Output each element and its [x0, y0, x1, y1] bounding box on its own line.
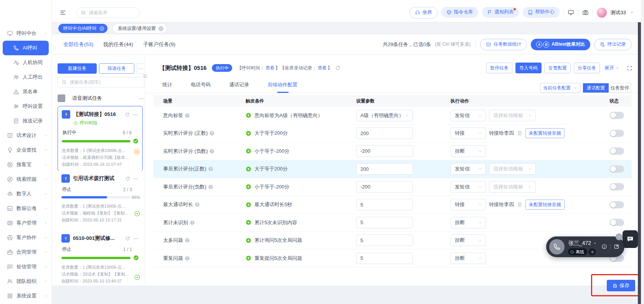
task-tab-1[interactable]: 我的任务(44) — [103, 41, 133, 48]
status-toggle[interactable] — [609, 219, 624, 226]
task-card[interactable]: 【测试转接】0516⋯呼叫时段执行中6 / 6坐席数量：1 (测试坐席10006… — [58, 106, 143, 171]
pin-icon[interactable] — [61, 174, 70, 183]
action-type-select[interactable]: 挂断 — [451, 235, 486, 246]
task-group-row[interactable]: 语音测试任务 ⋯ — [58, 94, 144, 103]
status-toggle[interactable] — [609, 130, 624, 137]
refresh-icon[interactable] — [125, 112, 130, 117]
sidebar-item-9[interactable]: 搜客宝 — [0, 157, 51, 172]
sidebar-item-4[interactable]: 黑名单 — [0, 84, 51, 99]
sidebar-item-6[interactable]: 推送记录 — [0, 114, 51, 128]
task-stats-button[interactable]: 任务数据统计 — [480, 39, 527, 50]
task-search-input[interactable] — [69, 79, 140, 85]
view-seat-change-link[interactable]: 查看 — [317, 65, 327, 71]
topbar-pill-notice-list[interactable]: 通知列表 — [482, 7, 519, 18]
param-input[interactable] — [356, 127, 413, 139]
sidebar-item-14[interactable]: 客户协作 — [0, 230, 51, 245]
detail-button-1[interactable]: 导入号码 — [515, 63, 542, 73]
avatar[interactable] — [597, 8, 607, 18]
chat-dock-tile[interactable] — [623, 230, 638, 248]
status-toggle[interactable] — [609, 201, 624, 208]
scrollbar[interactable] — [638, 22, 641, 304]
sidebar-item-16[interactable]: 短信管理 — [0, 259, 51, 274]
workspace-tab-0[interactable]: 呼叫中台/AI呼叫 — [58, 24, 107, 33]
detail-tab-2[interactable]: 通话记录 — [229, 81, 249, 88]
refresh-icon[interactable] — [335, 65, 340, 71]
pin-icon[interactable] — [61, 234, 70, 243]
chevron-down-icon[interactable] — [630, 10, 634, 15]
action-type-select[interactable]: 挂断 — [451, 145, 486, 157]
play-button[interactable] — [134, 210, 140, 217]
topbar-pill-seat[interactable]: 坐席 — [410, 7, 438, 18]
detail-button-3[interactable]: 分享任务 — [574, 63, 600, 73]
filter-task-button[interactable]: 筛选任务 — [99, 63, 134, 74]
status-toggle[interactable] — [609, 183, 624, 190]
current-task-config-select[interactable]: 当前任务配置 — [540, 83, 581, 93]
audio-config-button[interactable]: 未配置转接音频 — [525, 128, 565, 138]
transfer-doc-icon[interactable] — [517, 202, 522, 207]
sidebar-item-13[interactable]: 客户管理 — [0, 216, 51, 230]
pin-icon[interactable] — [62, 110, 70, 119]
sidebar-item-11[interactable]: 数字人 — [0, 187, 51, 201]
refresh-icon[interactable] — [125, 176, 130, 181]
action-type-select[interactable]: 挂断 — [451, 217, 486, 228]
sidebar-item-0[interactable]: 呼叫中台 — [0, 26, 51, 41]
panel-collapse-handle[interactable] — [143, 74, 148, 79]
sms-template-select[interactable]: 选择短信模板 — [489, 163, 536, 175]
widget-settings-button[interactable] — [589, 248, 596, 255]
abtest-button[interactable]: A B ABtest效果对比 — [531, 39, 590, 50]
menu-search-box[interactable] — [76, 7, 140, 18]
detail-button-0[interactable]: 暂停任务 — [486, 63, 512, 73]
sidebar-item-15[interactable]: 合同管理 — [0, 245, 51, 259]
sidebar-item-5[interactable]: 呼叫设置 — [0, 99, 51, 114]
action-type-select[interactable]: 转接 — [451, 199, 486, 210]
view-call-time-link[interactable]: 查看 — [265, 65, 274, 71]
sms-template-select[interactable]: 选择短信模板 — [489, 110, 536, 121]
popout-icon[interactable] — [614, 244, 619, 249]
param-select[interactable]: A级（有明确意向） — [356, 110, 413, 121]
task-tab-0[interactable]: 全部任务(53) — [63, 41, 93, 48]
sms-template-select[interactable]: 选择短信模板 — [489, 181, 536, 193]
detail-tab-1[interactable]: 电话号码 — [191, 81, 211, 88]
status-toggle[interactable] — [609, 112, 624, 119]
softphone-widget[interactable]: 张三_472 离线 — [546, 236, 624, 257]
sidebar-item-2[interactable]: 人机协同 — [0, 55, 51, 70]
close-icon[interactable] — [159, 26, 163, 31]
action-type-select[interactable]: 发短信 — [451, 181, 486, 193]
param-input[interactable] — [356, 145, 413, 157]
sidebar-item-12[interactable]: 数据公海 — [0, 201, 51, 216]
sidebar-item-10[interactable]: 线索挖掘 — [0, 172, 51, 187]
detail-button-2[interactable]: 告警配置 — [545, 63, 571, 73]
task-tab-2[interactable]: 子账户任务(9) — [143, 41, 175, 48]
sidebar-item-8[interactable]: 企业查找 — [0, 143, 51, 157]
topbar-pill-command-store[interactable]: 指令仓库 — [441, 7, 478, 18]
audio-config-button[interactable]: 未配置转接音频 — [525, 200, 565, 210]
topbar-pill-help-center[interactable]: 帮助中心 — [523, 7, 560, 18]
param-input[interactable] — [356, 253, 413, 264]
action-type-select[interactable]: 转接 — [451, 127, 486, 139]
param-input[interactable] — [356, 199, 413, 210]
param-input[interactable] — [356, 217, 413, 228]
task-card[interactable]: 引用话术拨打测试⋯停止2 / 366%坐席数量：1 (测试坐席10006-云..… — [58, 170, 143, 226]
new-task-button[interactable]: 新建任务 — [58, 63, 97, 74]
action-type-select[interactable]: 发短信 — [451, 110, 486, 121]
detail-tab-0[interactable]: 统计 — [162, 81, 172, 88]
sidebar-item-3[interactable]: 人工呼出 — [0, 70, 51, 84]
close-icon[interactable] — [99, 26, 104, 31]
expand-button[interactable]: 展开 — [604, 65, 620, 71]
user-name[interactable]: 测试33 — [611, 9, 626, 16]
screenshot-icon[interactable] — [582, 9, 589, 16]
agent-name-dropdown[interactable]: 张三_472 — [568, 240, 597, 247]
call-record-button[interactable]: 呼出记录 — [594, 39, 632, 50]
card-more-button[interactable]: ⋯ — [133, 175, 139, 182]
action-type-select[interactable]: 发短信 — [451, 163, 486, 175]
play-button[interactable] — [134, 274, 140, 281]
task-search-box[interactable] — [58, 77, 144, 88]
action-type-select[interactable]: 挂断 — [451, 253, 486, 264]
save-button[interactable]: 保存 — [607, 280, 635, 291]
param-input[interactable] — [356, 181, 413, 193]
monitor-icon[interactable] — [568, 9, 574, 16]
menu-collapse-icon[interactable] — [59, 9, 66, 16]
sidebar-item-17[interactable]: 团队组织 — [0, 274, 51, 289]
segmented-option-0[interactable]: 通话配置 — [583, 83, 609, 93]
widget-close-button[interactable] — [616, 233, 623, 240]
